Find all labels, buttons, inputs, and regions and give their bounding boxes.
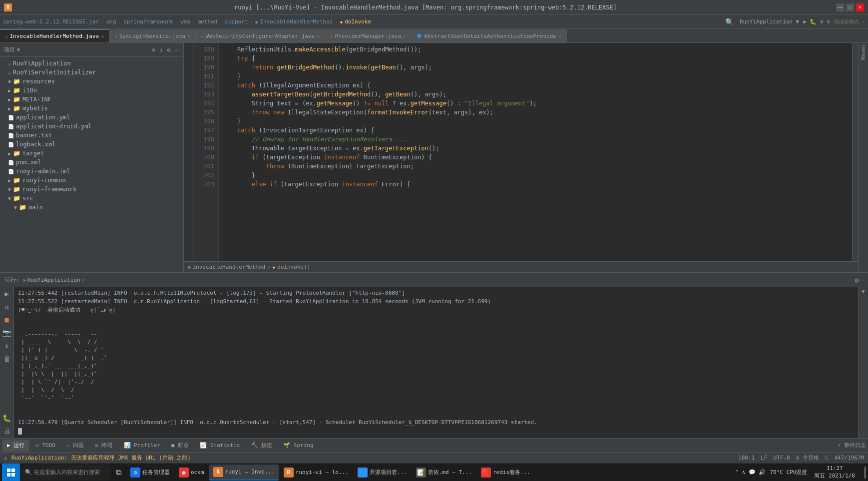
bottom-panel: 运行: ▶ RuoYiApplication ✕ ⚙ — ▶ ↺ ■ 📷 ↕ 🗑… (0, 272, 868, 452)
debug-icon[interactable]: 🐛 (1, 413, 12, 423)
tab-websecurity[interactable]: ☕ WebSecurityConfigurerAdapter.java ✕ (196, 29, 325, 42)
nav-search-icon[interactable]: 🔍 (725, 18, 734, 26)
tab-build[interactable]: 🔨 校建 (246, 440, 278, 452)
tree-item-resources[interactable]: ▼ 📁 resources (0, 77, 183, 86)
tree-item-mybatis[interactable]: ▶ 📁 mybatis (0, 104, 183, 113)
tree-item-ruoyiservlet[interactable]: ☕ RuoYiServletInitializer (0, 68, 183, 77)
taskbar-app-taskview[interactable]: ⧉ (112, 465, 125, 481)
tab-terminal[interactable]: ≥ 终端 (90, 440, 117, 452)
code-lines: ReflectionUtils.makeAccessible(getBridge… (219, 43, 852, 261)
tree-item-src[interactable]: ▼ 📁 src (0, 194, 183, 203)
status-encoding[interactable]: UTF-8 (771, 455, 792, 461)
nav-class[interactable]: InvocableHandlerMethod (260, 18, 333, 25)
sidebar-settings-icon[interactable]: ⚙ (166, 45, 172, 54)
sidebar-dropdown-arrow[interactable]: ▼ (17, 47, 20, 52)
tree-item-logback[interactable]: 📄 logback.xml (0, 140, 183, 149)
sidebar-expand-icon[interactable]: ↕ (158, 45, 164, 54)
status-position[interactable]: 108:1 (736, 455, 757, 461)
tab-invocable[interactable]: ☕ InvocableHandlerMethod.java ✕ (0, 29, 109, 42)
run-settings-icon[interactable]: ⚙ (855, 276, 859, 284)
tree-item-framework[interactable]: ▼ 📁 ruoyi-framework (0, 185, 183, 194)
nav-web[interactable]: web (180, 18, 190, 25)
code-line-190: return getBridgedMethod().invoke(getBean… (223, 63, 848, 72)
minimize-button[interactable]: — (836, 3, 844, 11)
tab-label2: SysLoginService.java (119, 33, 185, 39)
tree-item-label-framework: ruoyi-framework (22, 186, 76, 193)
right-panel: Maven (858, 43, 868, 272)
tree-item-iml[interactable]: 📄 ruoyi-admin.iml (0, 167, 183, 176)
tab-breakpoints[interactable]: ● 断点 (166, 440, 194, 452)
taskbar-app-redis[interactable]: 🔴 redis服务... (477, 465, 534, 481)
right-panel-label[interactable]: Maven (861, 45, 866, 60)
tree-item-banner[interactable]: 📄 banner.txt (0, 131, 183, 140)
nav-run-icons[interactable]: ▶ 🐛 ⚙ ⊙ (803, 18, 830, 25)
code-line-192: catch (IllegalArgumentException ex) { (223, 81, 848, 90)
tree-item-main[interactable]: ▼ 📁 main (0, 203, 183, 212)
tab-close-icon3[interactable]: ✕ (317, 33, 320, 39)
tab-statistic[interactable]: 📈 Statistic (195, 440, 245, 452)
tree-item-pom[interactable]: 📄 pom.xml (0, 158, 183, 167)
nav-jar[interactable]: spring-web-5.2.12.RELEASE.jar (3, 18, 99, 25)
tab-close-icon4[interactable]: ✕ (403, 33, 406, 39)
taskbar-app-ocam[interactable]: ● ocam (175, 465, 208, 481)
run-icon[interactable]: ▶ (3, 289, 9, 299)
nav-springframework[interactable]: springframework (123, 18, 173, 25)
tab-close-icon2[interactable]: ✕ (187, 33, 190, 39)
print-icon[interactable]: 🖨 (2, 426, 11, 436)
run-toolbar: 运行: ▶ RuoYiApplication ✕ ⚙ — (0, 273, 868, 287)
tab-abstract[interactable]: 🔷 AbstractUserDetailsAuthenticationProvi… (412, 29, 567, 42)
console-line-2: 11:27:55.522 [restartedMain] INFO c.r.Ru… (18, 297, 854, 306)
title-controls[interactable]: — □ ✕ (836, 3, 864, 11)
run-minimize-icon[interactable]: — (862, 276, 866, 284)
event-log-btn[interactable]: ⚡ 事件日志 (838, 442, 866, 449)
run-close-icon[interactable]: ✕ (81, 277, 84, 283)
taskbar-app-opensource[interactable]: 🌐 开源项目若... (354, 465, 411, 481)
status-warning-text[interactable]: RuoYiApplication: 无法查索应用程序 JMX 服务 URL (片… (9, 454, 193, 462)
taskbar-app-ruoyi-invo[interactable]: R ruoyi – Invo... (209, 465, 279, 481)
status-google[interactable]: G (823, 455, 831, 461)
camera-icon[interactable]: 📷 (1, 328, 12, 338)
rerun-icon[interactable]: ↺ (3, 302, 9, 312)
tree-item-ruoyiapp[interactable]: ☕ RuoYiApplication (0, 59, 183, 68)
tab-run[interactable]: ▶ 运行 (2, 440, 29, 452)
console-scrollbar[interactable]: ▼ (858, 287, 868, 438)
maximize-button[interactable]: □ (846, 3, 854, 11)
scroll-icon[interactable]: ↕ (3, 341, 9, 351)
tree-item-label-i18n: i18n (22, 87, 37, 94)
tree-item-metainf[interactable]: ▶ 📁 META-INF (0, 95, 183, 104)
taskbar-app-ruoyi-ui[interactable]: R ruoyi-ui – lo... (280, 465, 353, 481)
stop-icon[interactable]: ■ (3, 315, 9, 325)
tab-profiler[interactable]: 📊 Profiler (119, 440, 166, 452)
taskbar-time[interactable]: 11:27 周五 2021/1/8 (811, 465, 858, 480)
tab-spring[interactable]: 🌱 Spring (278, 440, 318, 452)
notification-bar[interactable] (864, 467, 866, 479)
nav-method[interactable]: method (198, 18, 218, 25)
tab-provider[interactable]: ☕ ProviderManager.java ✕ (325, 29, 412, 42)
nav-support[interactable]: support (225, 18, 248, 25)
tab-close-icon5[interactable]: ✕ (558, 33, 561, 39)
status-lf[interactable]: LF (759, 455, 769, 461)
taskbar-app-ruoyimd[interactable]: 📝 若依.md – T... (412, 465, 476, 481)
tree-item-appyml[interactable]: 📄 application.yml (0, 113, 183, 122)
sidebar-locate-icon[interactable]: ⊙ (151, 45, 156, 54)
tree-item-common[interactable]: ▶ 📁 ruoyi-common (0, 176, 183, 185)
close-button[interactable]: ✕ (856, 3, 864, 11)
trash-icon[interactable]: 🗑 (2, 354, 11, 364)
tab-todo[interactable]: ☑ TODO (30, 440, 60, 452)
console-line-1: 11:27:55.442 [restartedMain] INFO o.a.c.… (18, 289, 854, 297)
sidebar-minimize-icon[interactable]: — (174, 45, 179, 54)
nav-org[interactable]: org (106, 18, 116, 25)
tab-issues[interactable]: ⚠ 问题 (61, 440, 89, 452)
tab-syslogin[interactable]: ☕ SysLoginService.java ✕ (109, 29, 196, 42)
editor-scrollbar[interactable] (852, 43, 858, 261)
tree-item-i18n[interactable]: ▶ 📁 i18n (0, 86, 183, 95)
start-button[interactable] (2, 464, 20, 481)
tree-item-target[interactable]: ▶ 📁 target (0, 149, 183, 158)
tree-item-label-iml: ruoyi-admin.iml (16, 168, 70, 175)
tab-close-icon[interactable]: ✕ (101, 33, 104, 39)
tree-item-appdruid[interactable]: 📄 application-druid.yml (0, 122, 183, 131)
status-indent[interactable]: 4 个空格 (794, 454, 821, 462)
tray-icons[interactable]: ^ ∧ 💬 🔊 (735, 469, 766, 476)
taskbar-app-search[interactable]: 🔍 在这里输入内容来进行搜索 (21, 465, 111, 481)
taskbar-app-taskmanager[interactable]: ⚙ 任务管理器 (126, 465, 174, 481)
